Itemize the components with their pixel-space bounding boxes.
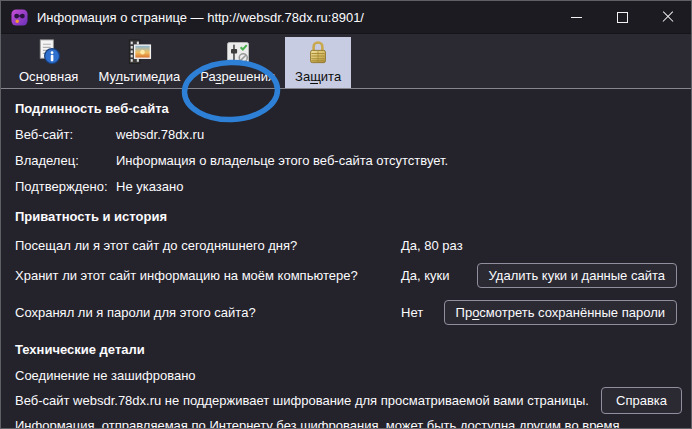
maximize-icon[interactable] (599, 1, 645, 33)
connection-status: Соединение не зашифровано (15, 368, 677, 384)
privacy-heading: Приватность и история (15, 209, 677, 224)
tab-permissions-label: Разрешения (200, 69, 275, 84)
titlebar: Информация о странице — http://websdr.78… (1, 1, 691, 34)
tab-permissions[interactable]: Разрешения (190, 37, 285, 88)
page-info-favicon (11, 9, 28, 26)
privacy-answer: Да, куки (401, 268, 450, 283)
window-title: Информация о странице — http://websdr.78… (37, 10, 364, 25)
encryption-note-2: Информация, отправляемая по Интернету бе… (15, 418, 677, 429)
close-icon[interactable] (645, 1, 691, 33)
privacy-question: Хранит ли этот сайт информацию на моём к… (15, 268, 401, 283)
identity-value: websdr.78dx.ru (116, 127, 677, 143)
tab-general-label: Основная (19, 69, 78, 84)
filmstrip-photo-icon (124, 39, 154, 67)
sliders-check-icon (223, 39, 253, 67)
document-info-icon (34, 39, 64, 67)
technical-heading: Технические детали (15, 342, 677, 357)
identity-value: Не указано (116, 179, 677, 195)
privacy-row-passwords: Сохранял ли я пароли для этого сайта? Не… (15, 299, 677, 326)
help-button[interactable]: Справка (601, 387, 682, 414)
privacy-row-visited: Посещал ли я этот сайт до сегодняшнего д… (15, 235, 677, 255)
tab-strip: Основная (1, 34, 691, 89)
clear-cookies-button[interactable]: Удалить куки и данные сайта (477, 263, 677, 288)
tab-security[interactable]: Защита (285, 37, 351, 88)
tab-general[interactable]: Основная (9, 37, 88, 88)
window-controls (553, 1, 691, 33)
page-info-window: Информация о странице — http://websdr.78… (0, 0, 692, 429)
privacy-row-cookies: Хранит ли этот сайт информацию на моём к… (15, 262, 677, 289)
tab-media-label: Мультимедиа (98, 69, 180, 84)
identity-label: Подтверждено: (15, 179, 116, 195)
tab-security-label: Защита (295, 69, 341, 84)
view-saved-passwords-button[interactable]: Просмотреть сохранённые пароли (444, 300, 677, 325)
identity-value: Информация о владельце этого веб-сайта о… (116, 153, 677, 169)
encryption-note-1: Веб-сайт websdr.78dx.ru не поддерживает … (15, 393, 677, 409)
identity-label: Веб-сайт: (15, 127, 116, 143)
privacy-question: Сохранял ли я пароли для этого сайта? (15, 305, 401, 320)
tab-media[interactable]: Мультимедиа (88, 37, 190, 88)
privacy-question: Посещал ли я этот сайт до сегодняшнего д… (15, 238, 401, 253)
technical-details: Соединение не зашифровано Веб-сайт websd… (15, 368, 677, 429)
privacy-answer: Да, 80 раз (401, 238, 463, 253)
identity-heading: Подлинность веб-сайта (15, 101, 677, 116)
padlock-icon (303, 39, 333, 67)
privacy-answer: Нет (401, 305, 423, 320)
identity-table: Веб-сайт: websdr.78dx.ru Владелец: Инфор… (15, 127, 677, 195)
security-panel: Подлинность веб-сайта Веб-сайт: websdr.7… (1, 89, 691, 419)
identity-label: Владелец: (15, 153, 116, 169)
minimize-icon[interactable] (553, 1, 599, 33)
